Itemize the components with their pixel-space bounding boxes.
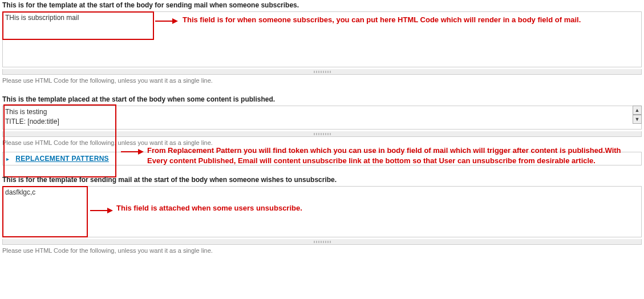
unsubscribe-annotation: This field is attached when some users u… [116,203,402,213]
svg-marker-5 [107,208,113,213]
replacement-patterns-link[interactable]: REPLACEMENT PATTERNS [11,152,114,165]
arrow-icon [121,148,144,156]
resize-grippie[interactable] [2,239,642,245]
svg-marker-3 [138,149,144,155]
resize-grippie[interactable] [2,131,642,137]
arrow-icon [90,207,113,215]
unsubscribe-template-section: This is for the template for sending mai… [0,175,644,262]
unsubscribe-template-help: Please use HTML Code for the following, … [0,246,644,262]
subscribe-template-section: This is for the template at the start of… [0,0,644,92]
publish-template-label: This is the template placed at the start… [0,94,644,106]
textarea-scroll-controls[interactable]: ▲ ▼ [633,106,642,124]
svg-marker-1 [172,18,178,24]
subscribe-template-label: This is for the template at the start of… [0,0,644,11]
publish-template-wrap: ▲ ▼ [2,106,642,131]
arrow-icon [155,17,178,25]
scroll-down-icon[interactable]: ▼ [633,115,642,124]
scroll-up-icon[interactable]: ▲ [633,106,642,115]
unsubscribe-template-label: This is for the template for sending mai… [0,175,644,186]
subscribe-template-help: Please use HTML Code for the following, … [0,76,644,92]
subscribe-annotation: This field is for when someone subscribe… [183,15,633,25]
expand-arrow-icon[interactable]: ▸ [6,156,9,162]
publish-annotation: From Replacement Pattern you will find t… [147,146,626,165]
resize-grippie[interactable] [2,69,642,75]
publish-template-textarea[interactable] [2,106,642,130]
publish-template-section: This is the template placed at the start… [0,94,644,165]
